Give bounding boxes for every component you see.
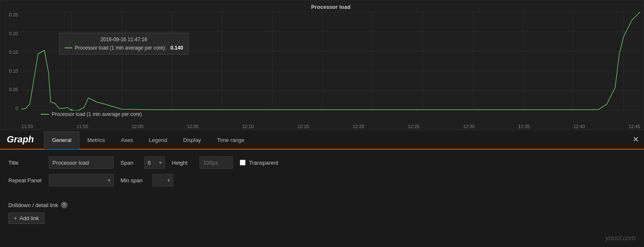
transparent-checkbox[interactable]	[240, 160, 246, 166]
repeat-panel-select[interactable]	[49, 174, 114, 187]
x-label: 12:40	[573, 124, 585, 129]
tab-general[interactable]: General	[44, 131, 79, 149]
title-input[interactable]	[49, 156, 114, 169]
tab-legend[interactable]: Legend	[141, 131, 175, 149]
x-label: 12:10	[242, 124, 254, 129]
settings-section: Graph General Metrics Axes Legend Displa…	[0, 130, 644, 229]
y-label: 0.25	[9, 12, 18, 17]
height-label: Height	[172, 160, 193, 166]
x-label: 12:25	[408, 124, 419, 129]
y-label: 0.20	[9, 31, 18, 36]
x-label: 12:15	[297, 124, 309, 129]
y-axis: 0.25 0.20 0.15 0.10 0.05 0	[0, 12, 20, 111]
legend-label: Processor load (1 min average per core)	[52, 111, 142, 117]
chart-legend: Processor load (1 min average per core)	[21, 110, 640, 117]
x-axis: 11:50 11:55 12:00 12:05 12:10 12:15 12:2…	[21, 124, 640, 129]
height-input[interactable]	[199, 156, 233, 169]
min-span-select-wrapper: 1 2 3 4 5 6 ▼	[152, 174, 173, 187]
help-icon[interactable]: ?	[61, 202, 68, 208]
chart-title: Processor load	[21, 4, 640, 10]
transparent-wrapper: Transparent	[240, 160, 278, 166]
watermark: youcl.com	[605, 234, 636, 242]
settings-title: Graph	[7, 134, 34, 145]
svg-point-18	[71, 109, 73, 110]
form-area: Title Span 1 2 3 4 5 6 7 8 9 10 11 12	[0, 150, 644, 198]
chart-area: 2016-09-16 11:47:16 Processor load (1 mi…	[21, 12, 640, 110]
form-row-1: Title Span 1 2 3 4 5 6 7 8 9 10 11 12	[8, 156, 636, 169]
drilldown-text: Drilldown / detail link	[8, 202, 58, 208]
x-label: 12:30	[463, 124, 475, 129]
y-label: 0.10	[9, 68, 18, 74]
title-label: Title	[8, 160, 42, 166]
y-label: 0	[16, 106, 18, 111]
add-link-label: Add link	[20, 215, 39, 221]
span-select-wrapper: 1 2 3 4 5 6 7 8 9 10 11 12 ▼	[144, 156, 165, 169]
add-link-button[interactable]: + Add link	[8, 213, 45, 224]
y-label: 0.05	[9, 87, 18, 92]
legend-color	[41, 114, 49, 115]
min-span-label: Min span	[120, 177, 146, 184]
x-label: 12:05	[187, 124, 199, 129]
x-label: 12:45	[628, 124, 640, 129]
close-button[interactable]: ✕	[633, 135, 639, 144]
repeat-panel-label: Repeat Panel	[8, 177, 42, 184]
transparent-label: Transparent	[249, 160, 278, 166]
span-select[interactable]: 1 2 3 4 5 6 7 8 9 10 11 12	[144, 156, 165, 169]
drilldown-label: Drilldown / detail link ?	[8, 202, 636, 208]
tabs: General Metrics Axes Legend Display Time…	[44, 131, 252, 148]
repeat-select-wrapper: ▼	[49, 174, 114, 187]
settings-header: Graph General Metrics Axes Legend Displa…	[0, 130, 644, 150]
x-label: 11:50	[21, 124, 33, 129]
chart-section: Processor load 0.25 0.20 0.15 0.10 0.05 …	[0, 0, 644, 130]
x-label: 12:00	[132, 124, 144, 129]
form-row-2: Repeat Panel ▼ Min span 1 2 3 4 5 6 ▼	[8, 174, 636, 187]
y-label: 0.15	[9, 50, 18, 55]
span-label: Span	[120, 160, 137, 166]
add-link-plus: +	[14, 215, 17, 221]
x-label: 11:55	[76, 124, 88, 129]
x-label: 12:20	[353, 124, 364, 129]
drilldown-section: Drilldown / detail link ? + Add link	[0, 198, 644, 229]
tab-metrics[interactable]: Metrics	[79, 131, 113, 149]
min-span-select[interactable]: 1 2 3 4 5 6	[152, 174, 173, 187]
x-label: 12:35	[518, 124, 530, 129]
tab-axes[interactable]: Axes	[113, 131, 141, 149]
tab-display[interactable]: Display	[175, 131, 209, 149]
tab-time-range[interactable]: Time range	[209, 131, 252, 149]
